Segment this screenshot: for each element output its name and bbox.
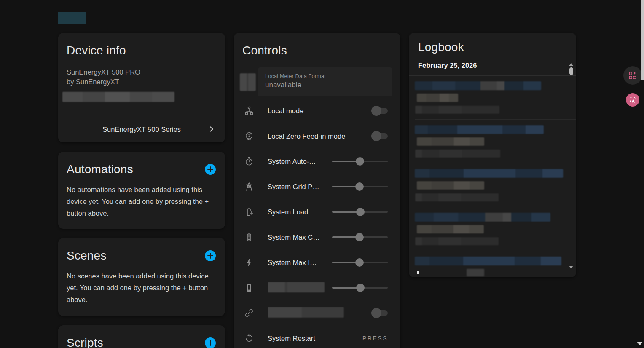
toggle-knob — [371, 308, 381, 318]
automations-title: Automations — [67, 163, 133, 176]
logbook-entry — [415, 163, 576, 207]
redacted-link-toggle[interactable] — [373, 310, 388, 316]
automations-empty-text: No automations have been added using thi… — [58, 180, 225, 228]
redacted-text-fragment — [417, 271, 419, 274]
logbook-title: Logbook — [409, 33, 576, 54]
extension-apps-button[interactable] — [623, 66, 642, 85]
redacted-battery-slider[interactable] — [332, 284, 388, 292]
logbook-scroll-down-arrow[interactable] — [569, 266, 573, 268]
system-max-c-slider[interactable] — [332, 233, 388, 241]
controls-card: Controls Local Meter Data Format unavail… — [234, 33, 400, 348]
battery-low-icon — [241, 283, 258, 293]
control-row-redacted-link — [234, 300, 400, 326]
control-label: System Auto-… — [268, 158, 332, 166]
redacted-label-bar — [268, 307, 344, 318]
battery-arrow-down-icon — [241, 207, 258, 217]
transmission-tower-icon — [241, 182, 258, 192]
scripts-title: Scripts — [67, 336, 103, 348]
control-row-system-grid: System Grid P… — [234, 174, 400, 199]
control-row-zero-feedin: Local Zero Feed-in mode — [234, 123, 400, 149]
select-value: unavailable — [265, 81, 385, 89]
slider-thumb[interactable] — [355, 182, 364, 191]
system-load-slider[interactable] — [332, 208, 388, 216]
redacted-entity-link[interactable] — [415, 169, 563, 178]
slider-thumb[interactable] — [356, 284, 365, 292]
chevron-right-icon — [208, 126, 213, 132]
slider-thumb[interactable] — [356, 157, 364, 166]
control-label: System Grid P… — [268, 183, 332, 191]
redacted-state-text — [417, 181, 484, 190]
page-scroll-down-arrow[interactable] — [637, 342, 643, 345]
restart-press-button[interactable]: PRESS — [362, 335, 388, 342]
redacted-timestamp — [415, 193, 499, 201]
logbook-entry — [415, 251, 576, 277]
control-label-redacted — [268, 282, 332, 294]
logbook-entry-partial-row — [415, 269, 576, 276]
device-manufacturer: by SunEnergyXT — [67, 77, 217, 87]
control-row-system-auto: System Auto-… — [234, 149, 400, 174]
add-scene-button[interactable] — [205, 250, 216, 261]
translate-sparkle-icon — [628, 96, 637, 104]
control-label-redacted — [268, 307, 373, 319]
control-label: System Restart — [268, 335, 362, 343]
control-label: System Load … — [268, 208, 332, 216]
control-row-redacted-battery — [234, 275, 400, 300]
scripts-card: Scripts — [58, 325, 225, 348]
add-automation-button[interactable] — [205, 164, 216, 175]
device-info-card: Device info SunEnergyXT 500 PRO by SunEn… — [58, 33, 225, 142]
control-row-system-max-c: System Max C… — [234, 225, 400, 250]
page-scrollbar-thumb[interactable] — [641, 0, 644, 80]
logbook-entry — [415, 120, 576, 163]
meter-data-format-select[interactable]: Local Meter Data Format unavailable — [258, 67, 392, 96]
scenes-title: Scenes — [67, 249, 107, 262]
logbook-entry — [415, 207, 576, 251]
redacted-device-detail — [62, 92, 174, 102]
device-series-label: SunEnergyXT 500 Series — [102, 126, 181, 134]
redacted-label-bar — [268, 282, 325, 292]
battery-segments-icon — [241, 232, 258, 242]
automations-card: Automations No automations have been add… — [58, 152, 225, 229]
scenes-card: Scenes No scenes have been added using t… — [58, 238, 225, 316]
redacted-entity-link[interactable] — [415, 125, 544, 134]
control-row-local-mode: Local mode — [234, 98, 400, 123]
control-label: System Max I… — [268, 259, 332, 267]
local-mode-toggle[interactable] — [373, 108, 388, 114]
system-max-i-slider[interactable] — [332, 258, 388, 267]
redacted-entity-link[interactable] — [415, 257, 561, 265]
redacted-state-text — [417, 137, 484, 146]
toggle-knob — [371, 106, 381, 116]
redacted-select-icon — [240, 73, 256, 91]
slider-thumb[interactable] — [355, 258, 364, 267]
zero-feed-in-meter-icon — [241, 131, 258, 141]
zero-feedin-toggle[interactable] — [373, 133, 388, 139]
redacted-breadcrumb[interactable] — [58, 12, 86, 24]
control-row-system-max-i: System Max I… — [234, 250, 400, 275]
apps-sparkle-icon — [628, 71, 638, 80]
redacted-state-text — [417, 94, 458, 102]
device-series-link[interactable]: SunEnergyXT 500 Series — [58, 120, 225, 139]
restart-icon — [241, 333, 258, 343]
slider-thumb[interactable] — [356, 208, 365, 216]
system-grid-slider[interactable] — [332, 182, 388, 191]
logbook-date: February 25, 2026 — [418, 62, 567, 70]
redacted-entity-link[interactable] — [415, 213, 550, 222]
redacted-state-text — [417, 225, 484, 233]
select-label: Local Meter Data Format — [265, 73, 385, 79]
logbook-scrollbar-thumb[interactable] — [569, 67, 573, 75]
redacted-timestamp — [415, 150, 500, 158]
logbook-entries — [409, 76, 576, 277]
redacted-timestamp — [415, 237, 499, 245]
control-label: System Max C… — [268, 233, 332, 241]
ai-translate-button[interactable] — [626, 93, 639, 107]
slider-thumb[interactable] — [355, 233, 364, 241]
add-script-button[interactable] — [205, 337, 216, 348]
control-label: Local mode — [268, 107, 373, 115]
scenes-empty-text: No scenes have been added using this dev… — [58, 267, 225, 314]
system-auto-slider[interactable] — [332, 157, 388, 166]
link-icon — [241, 308, 258, 318]
logbook-scroll-up-arrow[interactable] — [569, 63, 573, 66]
controls-title: Controls — [242, 44, 287, 57]
device-info-title: Device info — [67, 44, 126, 57]
redacted-timestamp — [415, 106, 499, 114]
redacted-entity-link[interactable] — [415, 81, 541, 90]
